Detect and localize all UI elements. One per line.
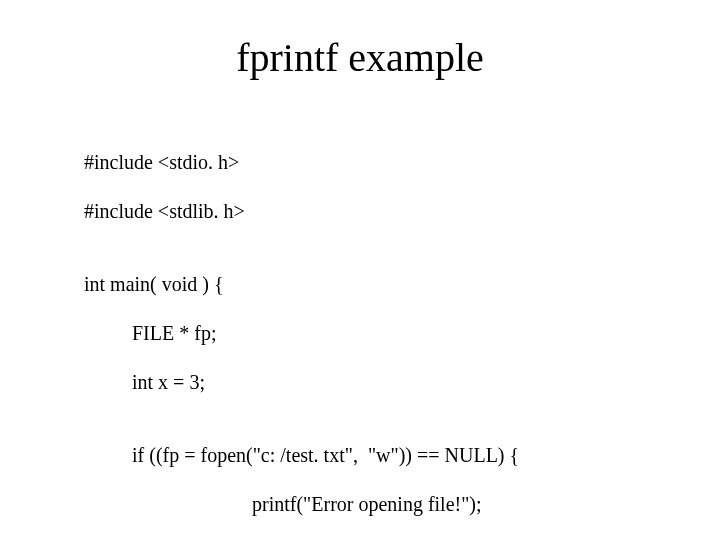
- code-line: if ((fp = fopen("c: /test. txt", "w")) =…: [84, 443, 519, 467]
- code-line: FILE * fp;: [84, 321, 519, 345]
- slide: fprintf example #include <stdio. h> #inc…: [0, 0, 720, 540]
- code-line: int x = 3;: [84, 370, 519, 394]
- code-block: #include <stdio. h> #include <stdlib. h>…: [84, 126, 519, 540]
- code-line: printf("Error opening file!");: [84, 492, 519, 516]
- slide-title: fprintf example: [0, 34, 720, 81]
- code-line: #include <stdlib. h>: [84, 199, 519, 223]
- code-line: #include <stdio. h>: [84, 150, 519, 174]
- code-line: int main( void ) {: [84, 272, 519, 296]
